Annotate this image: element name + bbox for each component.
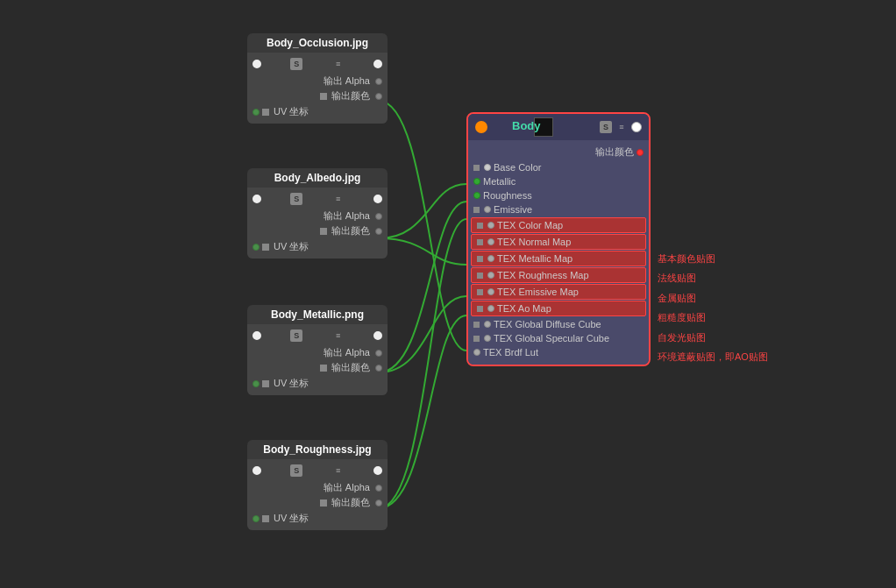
body-tex-normal-label: TEX Normal Map xyxy=(497,237,571,247)
body-tex-roughness-row: TEX Roughness Map xyxy=(471,267,646,283)
body-tex-color-dot[interactable] xyxy=(487,222,494,229)
albedo-left-connector[interactable] xyxy=(252,195,261,203)
metallic-color-sq xyxy=(320,365,327,372)
body-tex-emissive-dot[interactable] xyxy=(487,288,494,295)
body-emissive-dot[interactable] xyxy=(484,206,491,213)
annotation-emissive: 自发光贴图 xyxy=(658,331,706,344)
body-output-row: 输出颜色 xyxy=(468,144,649,160)
body-node-body: 输出颜色 Base Color Metallic Roughness Emiss… xyxy=(468,140,649,365)
albedo-uv-label: UV 坐标 xyxy=(274,240,309,253)
body-tex-brdf-row: TEX Brdf Lut xyxy=(468,345,649,359)
body-tex-metallic-row: TEX Metallic Map xyxy=(471,251,646,266)
body-metallic-row: Metallic xyxy=(468,174,649,188)
roughness-node-title: Body_Roughness.jpg xyxy=(247,440,388,459)
body-metallic-dot[interactable] xyxy=(473,178,480,185)
albedo-uv-dot[interactable] xyxy=(252,244,260,251)
body-roughness-dot[interactable] xyxy=(473,192,480,199)
occlusion-icon-s: S xyxy=(290,58,302,70)
body-orange-connector[interactable] xyxy=(475,121,487,133)
metallic-node-title: Body_Metallic.png xyxy=(247,305,388,324)
occlusion-node-title: Body_Occlusion.jpg xyxy=(247,33,388,53)
roughness-uv-row: UV 坐标 xyxy=(247,510,388,527)
body-roughness-row: Roughness xyxy=(468,188,649,202)
roughness-left-connector[interactable] xyxy=(252,466,261,475)
roughness-uv-sq xyxy=(262,515,269,522)
body-tex-diffuse-label: TEX Global Diffuse Cube xyxy=(494,319,601,329)
body-tex-normal-sq xyxy=(477,239,483,245)
occlusion-left-connector[interactable] xyxy=(252,60,261,68)
occlusion-alpha-row: 输出 Alpha xyxy=(247,74,388,89)
occlusion-uv-dot[interactable] xyxy=(252,109,260,116)
roughness-color-sq xyxy=(320,499,327,507)
roughness-color-dot[interactable] xyxy=(375,499,382,507)
roughness-color-label: 输出颜色 xyxy=(331,496,370,509)
roughness-right-connector[interactable] xyxy=(373,466,382,475)
roughness-icon-s: S xyxy=(290,464,302,477)
body-tex-roughness-sq xyxy=(477,273,483,279)
body-tex-emissive-row: TEX Emissive Map xyxy=(471,284,646,300)
roughness-uv-dot[interactable] xyxy=(252,515,260,522)
occlusion-color-dot[interactable] xyxy=(375,93,382,100)
occlusion-color-label: 输出颜色 xyxy=(331,89,370,103)
metallic-color-row: 输出颜色 xyxy=(247,360,388,375)
occlusion-uv-label: UV 坐标 xyxy=(274,105,309,118)
metallic-uv-sq xyxy=(262,380,269,387)
body-tex-roughness-dot[interactable] xyxy=(487,272,494,279)
albedo-right-connector[interactable] xyxy=(373,195,382,203)
roughness-uv-label: UV 坐标 xyxy=(274,512,309,525)
body-tex-specular-dot[interactable] xyxy=(484,335,491,342)
occlusion-color-row: 输出颜色 xyxy=(247,89,388,103)
body-tex-color-sq xyxy=(477,223,483,229)
roughness-alpha-dot[interactable] xyxy=(375,485,382,492)
albedo-alpha-row: 输出 Alpha xyxy=(247,209,388,223)
body-emissive-label: Emissive xyxy=(494,204,532,215)
body-tex-diffuse-row: TEX Global Diffuse Cube xyxy=(468,317,649,331)
body-tex-ao-sq xyxy=(477,306,483,312)
body-tex-metallic-dot[interactable] xyxy=(487,255,494,262)
albedo-alpha-dot[interactable] xyxy=(375,213,382,220)
metallic-right-connector[interactable] xyxy=(373,331,382,340)
body-roughness-label: Roughness xyxy=(483,190,532,201)
occlusion-color-sq xyxy=(320,93,327,100)
occlusion-icon-lines: ≡ xyxy=(332,58,345,70)
roughness-node: Body_Roughness.jpg S ≡ 输出 Alpha 输出颜色 UV … xyxy=(247,440,388,530)
metallic-alpha-dot[interactable] xyxy=(375,350,382,357)
body-basecolor-row: Base Color xyxy=(468,160,649,174)
body-right-connector[interactable] xyxy=(631,122,642,132)
body-tex-brdf-dot[interactable] xyxy=(473,349,480,356)
roughness-alpha-row: 输出 Alpha xyxy=(247,480,388,495)
body-tex-ao-dot[interactable] xyxy=(487,305,494,312)
body-basecolor-dot[interactable] xyxy=(484,164,491,171)
body-icon-s: S xyxy=(600,121,612,133)
albedo-color-sq xyxy=(320,228,327,235)
body-tex-ao-row: TEX Ao Map xyxy=(471,301,646,316)
body-tex-emissive-sq xyxy=(477,289,483,295)
annotation-roughness: 粗糙度贴图 xyxy=(658,311,706,324)
body-tex-normal-dot[interactable] xyxy=(487,238,494,245)
body-tex-diffuse-dot[interactable] xyxy=(484,321,491,328)
annotation-ao: 环境遮蔽贴图，即AO贴图 xyxy=(658,351,768,364)
albedo-alpha-label: 输出 Alpha xyxy=(324,209,370,223)
body-tex-color-row: TEX Color Map xyxy=(471,217,646,233)
body-node-header: S ≡ xyxy=(468,114,649,140)
metallic-icon-s: S xyxy=(290,329,302,342)
annotation-basecolor: 基本颜色贴图 xyxy=(658,252,715,266)
metallic-uv-row: UV 坐标 xyxy=(247,375,388,392)
albedo-color-dot[interactable] xyxy=(375,228,382,235)
body-emissive-row: Emissive xyxy=(468,202,649,216)
occlusion-node: Body_Occlusion.jpg S ≡ 输出 Alpha 输出颜色 UV … xyxy=(247,33,388,124)
occlusion-alpha-dot[interactable] xyxy=(375,78,382,85)
albedo-icon-s: S xyxy=(290,193,302,205)
roughness-icon-lines: ≡ xyxy=(332,464,345,477)
metallic-uv-dot[interactable] xyxy=(252,380,260,387)
metallic-color-dot[interactable] xyxy=(375,365,382,372)
albedo-color-label: 输出颜色 xyxy=(331,224,370,237)
occlusion-right-connector[interactable] xyxy=(373,60,382,68)
metallic-left-connector[interactable] xyxy=(252,331,261,340)
body-tex-specular-sq xyxy=(473,336,480,342)
metallic-color-label: 输出颜色 xyxy=(331,361,370,374)
body-metallic-label: Metallic xyxy=(483,176,516,187)
albedo-node: Body_Albedo.jpg S ≡ 输出 Alpha 输出颜色 UV 坐标 xyxy=(247,168,388,259)
body-tex-ao-label: TEX Ao Map xyxy=(497,303,551,314)
body-output-dot[interactable] xyxy=(636,149,644,156)
